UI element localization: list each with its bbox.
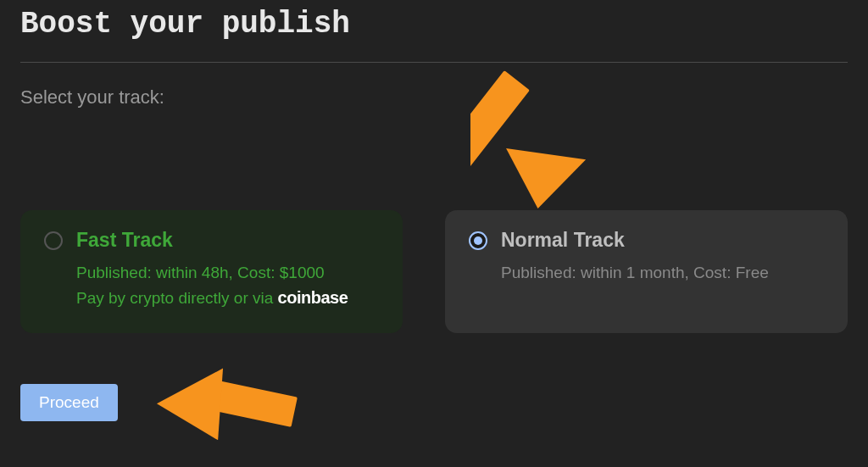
svg-rect-2 [213, 381, 298, 427]
fast-track-title: Fast Track [76, 229, 379, 252]
page-title: Boost your publish [20, 7, 848, 63]
fast-track-pay-prefix: Pay by crypto directly or via [76, 289, 278, 307]
radio-fast[interactable] [44, 231, 63, 250]
svg-marker-1 [498, 148, 586, 214]
proceed-button[interactable]: Proceed [20, 384, 118, 421]
fast-track-card[interactable]: Fast Track Published: within 48h, Cost: … [20, 210, 403, 333]
fast-track-desc1: Published: within 48h, Cost: $1000 [76, 260, 379, 285]
subtitle: Select your track: [20, 86, 848, 108]
normal-track-desc1: Published: within 1 month, Cost: Free [501, 260, 824, 285]
annotation-arrow-normal [470, 49, 593, 219]
coinbase-logo: coinbase [278, 288, 348, 307]
radio-normal[interactable] [469, 231, 487, 250]
normal-track-title: Normal Track [501, 229, 824, 252]
normal-track-card[interactable]: Normal Track Published: within 1 month, … [445, 210, 848, 333]
svg-marker-3 [154, 364, 223, 440]
radio-inner-dot [474, 236, 482, 245]
annotation-arrow-proceed [153, 362, 301, 442]
track-options: Fast Track Published: within 48h, Cost: … [20, 210, 848, 333]
